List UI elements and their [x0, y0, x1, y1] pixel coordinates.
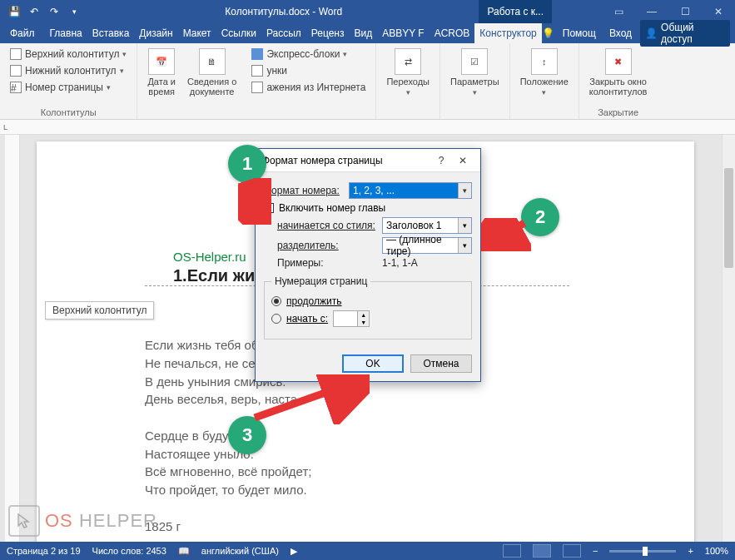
tell-me-icon[interactable]: 💡	[542, 27, 554, 39]
include-chapter-label: Включить номер главы	[279, 202, 385, 214]
spin-up-icon[interactable]: ▲	[358, 311, 369, 319]
print-layout-icon[interactable]	[533, 544, 551, 558]
qat-customize-icon[interactable]: ▾	[65, 2, 83, 21]
position-icon: ↕	[531, 48, 558, 75]
quick-access-toolbar: 💾 ↶ ↷ ▾	[0, 2, 88, 21]
page-number-label: Номер страницы	[25, 82, 103, 93]
page-number-button[interactable]: #Номер страницы ▾	[7, 80, 130, 95]
zoom-slider[interactable]	[609, 550, 676, 553]
vertical-ruler[interactable]	[5, 135, 20, 542]
starts-with-label: начинается со стиля:	[277, 220, 377, 231]
zoom-in-icon[interactable]: +	[688, 546, 693, 556]
contextual-tab-label: Работа с к...	[479, 0, 552, 23]
tell-me-label[interactable]: Помощ	[558, 27, 601, 39]
tab-mailings[interactable]: Рассыл	[261, 23, 306, 43]
status-language[interactable]: английский (США)	[201, 546, 279, 556]
save-icon[interactable]: 💾	[5, 2, 23, 21]
quick-parts-button[interactable]: Экспресс-блоки ▾	[248, 47, 369, 62]
title-bar: 💾 ↶ ↷ ▾ Колонтитулы.docx - Word Работа с…	[0, 0, 735, 23]
tab-file[interactable]: Файл	[0, 23, 45, 43]
options-button[interactable]: ☑Параметры▾	[447, 47, 503, 116]
horizontal-ruler[interactable]: L	[0, 120, 735, 135]
wm-os: OS	[45, 510, 73, 531]
date-time-button[interactable]: 📅 Дата и время	[144, 47, 179, 116]
examples-value: 1-1, 1-A	[382, 257, 418, 269]
wm-helper: HELPER	[73, 510, 157, 531]
zoom-out-icon[interactable]: −	[593, 546, 598, 556]
signin-link[interactable]: Вход	[604, 27, 637, 39]
number-format-value: 1, 2, 3, ...	[353, 185, 395, 196]
undo-icon[interactable]: ↶	[25, 2, 43, 21]
dialog-titlebar[interactable]: Формат номера страницы ? ✕	[256, 149, 480, 172]
footer-label: Нижний колонтитул	[25, 65, 117, 77]
footer-button[interactable]: Нижний колонтитул ▾	[7, 63, 130, 78]
options-icon: ☑	[461, 48, 488, 75]
tab-constructor[interactable]: Конструктор	[474, 23, 541, 43]
number-format-combo[interactable]: 1, 2, 3, ... ▾	[349, 182, 472, 199]
position-label: Положение	[520, 77, 569, 87]
tab-references[interactable]: Ссылки	[216, 23, 261, 43]
online-pictures-label: ажения из Интернета	[266, 82, 365, 93]
pictures-button[interactable]: унки	[248, 63, 369, 78]
dialog-title: Формат номера страницы	[262, 155, 383, 166]
chapter-style-combo[interactable]: Заголовок 1 ▾	[382, 217, 472, 234]
start-at-label: начать с:	[286, 313, 328, 325]
web-layout-icon[interactable]	[563, 544, 581, 558]
group-label-insert	[144, 116, 369, 117]
redo-icon[interactable]: ↷	[45, 2, 63, 21]
cursor-icon	[8, 505, 40, 537]
start-at-spinner[interactable]: ▲▼	[333, 310, 370, 327]
date-label: Дата и время	[147, 77, 176, 97]
group-label-hf: Колонтитулы	[7, 106, 130, 117]
share-icon: 👤	[645, 27, 658, 39]
tab-home[interactable]: Главна	[45, 23, 87, 43]
dialog-close-icon[interactable]: ✕	[452, 155, 474, 166]
ok-button[interactable]: OK	[342, 354, 404, 373]
separator-label: разделитель:	[277, 240, 377, 251]
cancel-button[interactable]: Отмена	[410, 354, 472, 373]
zoom-level[interactable]: 100%	[705, 546, 728, 556]
chevron-down-icon[interactable]: ▾	[458, 238, 471, 253]
header-footer-tag: Верхний колонтитул	[45, 301, 154, 320]
calendar-icon: 📅	[148, 48, 175, 75]
quick-parts-label: Экспресс-блоки	[266, 48, 340, 60]
position-button[interactable]: ↕Положение▾	[517, 47, 572, 116]
ribbon-tabs: Файл Главна Вставка Дизайн Макет Ссылки …	[0, 23, 735, 43]
close-hf-button[interactable]: ✖Закрыть окно колонтитулов	[586, 47, 651, 106]
include-chapter-checkbox[interactable]: ✓	[264, 203, 274, 213]
tab-design[interactable]: Дизайн	[134, 23, 177, 43]
tab-layout[interactable]: Макет	[178, 23, 216, 43]
close-hf-label: Закрыть окно колонтитулов	[589, 77, 648, 97]
continue-radio[interactable]	[271, 296, 281, 306]
examples-label: Примеры:	[277, 257, 377, 269]
read-mode-icon[interactable]	[503, 544, 521, 558]
header-button[interactable]: Верхний колонтитул ▾	[7, 47, 130, 62]
docinfo-icon: 🗎	[199, 48, 226, 75]
tab-insert[interactable]: Вставка	[87, 23, 135, 43]
navigation-button[interactable]: ⇄Переходы▾	[383, 47, 433, 116]
group-headers-footers: Верхний колонтитул ▾ Нижний колонтитул ▾…	[0, 43, 137, 119]
online-pictures-button[interactable]: ажения из Интернета	[248, 80, 369, 95]
nav-label: Переходы	[386, 77, 430, 87]
spin-down-icon[interactable]: ▼	[358, 319, 369, 326]
site-text: OS-Helper.ru	[173, 250, 246, 264]
pictures-label: унки	[266, 65, 287, 77]
ribbon-options-icon[interactable]: ▭	[602, 0, 635, 23]
tab-acrobat[interactable]: ACROB	[430, 23, 475, 43]
tab-review[interactable]: Реценз	[306, 23, 350, 43]
chevron-down-icon[interactable]: ▾	[458, 183, 471, 198]
proofing-icon[interactable]: 📖	[178, 546, 190, 557]
doc-heading: 1.Если жи	[173, 266, 255, 285]
vertical-scrollbar[interactable]	[722, 135, 735, 542]
start-at-radio[interactable]	[271, 314, 281, 324]
separator-combo[interactable]: — (длинное тире) ▾	[382, 237, 472, 254]
tab-view[interactable]: Вид	[349, 23, 377, 43]
chevron-down-icon[interactable]: ▾	[458, 218, 471, 233]
macro-icon[interactable]: ▶	[291, 546, 297, 557]
dialog-help-icon[interactable]: ?	[430, 155, 452, 166]
doc-info-button[interactable]: 🗎 Сведения о документе	[184, 47, 240, 116]
status-words[interactable]: Число слов: 2453	[92, 546, 166, 556]
separator-value: — (длинное тире)	[386, 234, 468, 257]
tab-abbyy[interactable]: ABBYY F	[377, 23, 429, 43]
status-page[interactable]: Страница 2 из 19	[7, 546, 81, 556]
